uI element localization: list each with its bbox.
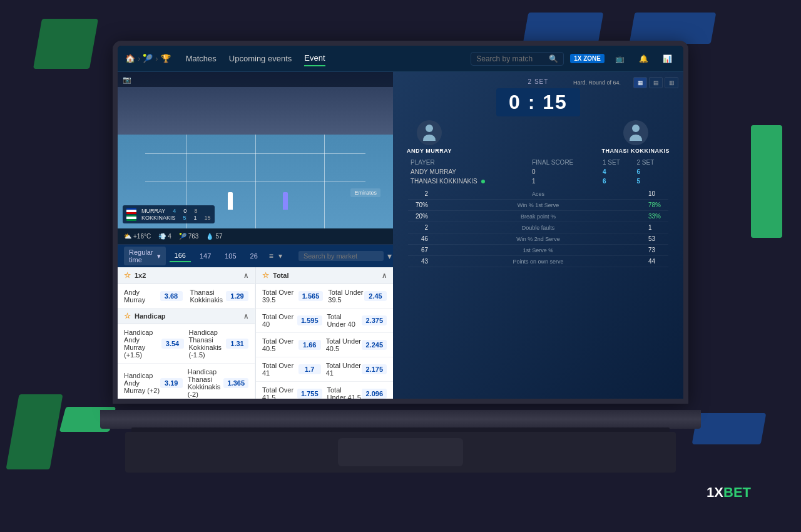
bet-count-105[interactable]: 105 bbox=[220, 250, 241, 262]
odds-container: ☆ 1x2 ∧ Andy Murray 3.68 Thanasi Kokkina… bbox=[118, 267, 393, 399]
right-panel: ▦ ▤ ▥ Hard. Round of 64. 2 SET 0 : 15 bbox=[393, 72, 683, 399]
stat-ps-left: 43 bbox=[408, 258, 433, 265]
stat-ps-right: 44 bbox=[643, 258, 668, 265]
stat-df-left: 2 bbox=[408, 224, 433, 231]
score-p2-score1: 5 bbox=[183, 215, 186, 221]
svg-point-0 bbox=[426, 125, 433, 132]
market-search-box[interactable] bbox=[298, 251, 384, 261]
score-table: PLAYER FINAL SCORE 1 SET 2 SET A bbox=[408, 158, 668, 186]
total-label-0a: Total Over 39.5 bbox=[262, 289, 298, 304]
svg-point-1 bbox=[632, 125, 640, 132]
search-box[interactable]: 🔍 bbox=[471, 52, 564, 66]
bet-zone-label[interactable]: 1X ZONE bbox=[570, 54, 605, 63]
total-odds-1b[interactable]: 2.375 bbox=[362, 315, 387, 325]
handicap-odds-2b[interactable]: 1.365 bbox=[223, 378, 248, 388]
stat-df-right: 1 bbox=[643, 224, 668, 231]
flag-murray bbox=[126, 208, 136, 214]
handicap-row-1: Handicap Andy Murray (+1.5) 3.54 Handica… bbox=[118, 324, 255, 364]
stat-aces: 2 Aces 10 bbox=[408, 188, 668, 200]
total-odds-4b[interactable]: 2.096 bbox=[362, 389, 387, 399]
total-odds-0b[interactable]: 2.45 bbox=[364, 291, 387, 301]
odds-value-murray[interactable]: 3.68 bbox=[160, 291, 183, 301]
collapse-total[interactable]: ∧ bbox=[382, 272, 387, 280]
collapse-handicap[interactable]: ∧ bbox=[243, 312, 248, 320]
search-icon: 🔍 bbox=[549, 54, 558, 63]
expand-btn[interactable]: ▾ bbox=[387, 251, 392, 261]
stats-table: 2 Aces 10 70% Win % 1st Serve 78% bbox=[408, 188, 668, 267]
stats-icon-btn[interactable]: 📊 bbox=[658, 50, 676, 68]
weather-wind: 💨 4 bbox=[158, 233, 171, 240]
market-total-title: Total bbox=[273, 272, 288, 279]
total-odds-3b[interactable]: 2.175 bbox=[362, 364, 387, 374]
weather-icon: ⛅ bbox=[124, 233, 131, 240]
player1-name: ANDY MURRAY bbox=[407, 148, 452, 154]
star-icon-handicap: ☆ bbox=[124, 312, 131, 320]
market-search-input[interactable] bbox=[304, 252, 379, 260]
search-input[interactable] bbox=[476, 54, 545, 63]
total-odds-4a[interactable]: 1.755 bbox=[297, 389, 322, 399]
stat-2nd-serve: 46 Win % 2nd Serve 53 bbox=[408, 233, 668, 245]
nav-event[interactable]: Event bbox=[304, 51, 325, 66]
sponsor-emirates: Emirates bbox=[350, 188, 380, 197]
nav-upcoming[interactable]: Upcoming events bbox=[229, 51, 292, 66]
tv-icon-btn[interactable]: 📺 bbox=[611, 50, 628, 68]
total-odds-1a[interactable]: 1.595 bbox=[297, 315, 322, 325]
collapse-1x2[interactable]: ∧ bbox=[243, 272, 248, 280]
breadcrumb-sep2: › bbox=[155, 54, 158, 63]
handicap-odds-2a[interactable]: 3.19 bbox=[160, 378, 183, 388]
player2-info: THANASI KOKKINAKIS bbox=[601, 120, 670, 154]
handicap-label-1a: Handicap Andy Murray (+1.5) bbox=[124, 329, 161, 359]
stat-1st-serve-center: Win % 1st Serve bbox=[433, 202, 643, 208]
player2-avatar bbox=[623, 120, 648, 145]
bet-count-26[interactable]: 26 bbox=[245, 250, 263, 262]
bg-decoration-green-right bbox=[751, 125, 782, 238]
score-p1-score1: 4 bbox=[173, 208, 176, 214]
handicap-odds-1a[interactable]: 3.54 bbox=[161, 339, 184, 349]
time-filter[interactable]: Regular time ▾ bbox=[124, 247, 166, 265]
total-row-1: Total Over 40 1.595 Total Under 40 2.375 bbox=[256, 309, 393, 333]
handicap-odds-1b[interactable]: 1.31 bbox=[226, 339, 248, 349]
odds-label-murray: Andy Murray bbox=[124, 289, 160, 304]
app-container: 🏠 › 🎾 › 🏆 Matches Upcoming events Event bbox=[118, 46, 683, 399]
home-icon[interactable]: 🏠 bbox=[125, 54, 135, 63]
stat-double-faults: 2 Double faults 1 bbox=[408, 222, 668, 233]
nav-matches[interactable]: Matches bbox=[186, 51, 217, 66]
score-row-p1: ANDY MURRAY 0 4 6 bbox=[408, 167, 668, 176]
total-odds-2a[interactable]: 1.66 bbox=[298, 340, 321, 350]
sport-icon[interactable]: 🎾 bbox=[143, 54, 153, 63]
total-odds-0a[interactable]: 1.565 bbox=[298, 291, 324, 301]
bell-icon-btn[interactable]: 🔔 bbox=[635, 50, 652, 68]
total-row-0: Total Over 39.5 1.565 Total Under 39.5 2… bbox=[256, 284, 393, 309]
sort-dropdown-icon[interactable]: ▾ bbox=[278, 252, 282, 260]
trophy-icon[interactable]: 🏆 bbox=[161, 54, 171, 63]
bet-count-166[interactable]: 166 bbox=[170, 250, 191, 262]
timer-display: 0 : 15 bbox=[496, 88, 580, 116]
video-area: Emirates 📷 MURRAY 4 bbox=[118, 72, 393, 228]
odds-label-kokkinakis: Thanasi Kokkinakis bbox=[190, 289, 227, 304]
total-label-1b: Total Under 40 bbox=[327, 313, 362, 328]
total-odds-3a[interactable]: 1.7 bbox=[298, 364, 321, 374]
serving-indicator bbox=[481, 180, 485, 183]
betting-left: Regular time ▾ 166 147 105 26 ≡ ▾ bbox=[118, 245, 393, 399]
score-row-p2: KOKKINAKIS 5 1 15 bbox=[126, 215, 211, 221]
p1-final: 0 bbox=[529, 167, 600, 176]
weather-temp: ⛅ +16°C bbox=[124, 233, 151, 240]
total-row-2: Total Over 40.5 1.66 Total Under 40.5 2.… bbox=[256, 333, 393, 357]
bet-count-147[interactable]: 147 bbox=[195, 250, 216, 262]
bg-decoration-tl bbox=[33, 19, 98, 69]
total-odds-2b[interactable]: 2.245 bbox=[362, 340, 387, 350]
list-icon[interactable]: ≡ bbox=[269, 252, 273, 260]
stat-break-point: 20% Break point % 33% bbox=[408, 211, 668, 222]
court-line bbox=[255, 135, 256, 228]
p2-name-cell: THANASI KOKKINAKIS bbox=[408, 176, 529, 186]
stat-points-serve: 43 Points on own serve 44 bbox=[408, 256, 668, 267]
breadcrumb-sep1: › bbox=[138, 54, 140, 63]
score-p2-pts: 15 bbox=[205, 215, 211, 221]
odds-value-kokkinakis[interactable]: 1.29 bbox=[226, 291, 248, 301]
stat-1sp-center: 1st Serve % bbox=[433, 247, 643, 253]
bg-decoration-br bbox=[692, 413, 767, 444]
total-label-2a: Total Over 40.5 bbox=[262, 337, 298, 352]
player-figure-2 bbox=[283, 192, 288, 210]
col-set1: 1 SET bbox=[600, 158, 634, 167]
stat-break-center: Break point % bbox=[433, 213, 643, 220]
